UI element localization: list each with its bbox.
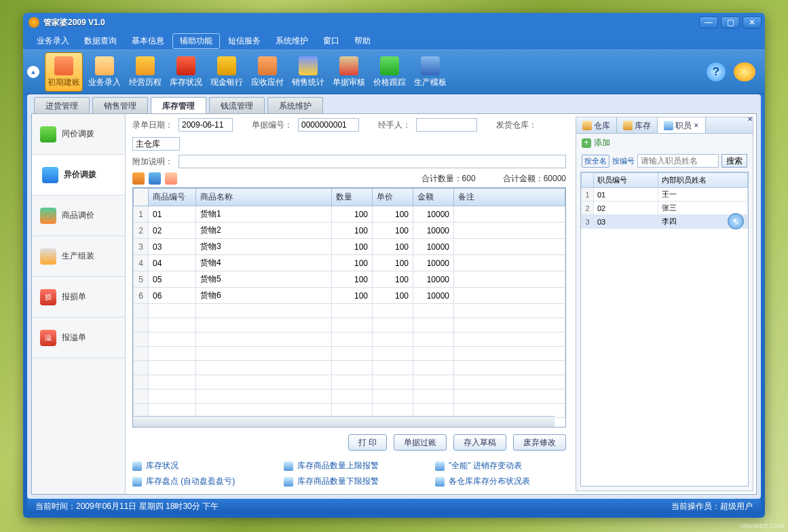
menu-6[interactable]: 窗口: [316, 34, 346, 48]
print-button[interactable]: 打 印: [348, 434, 387, 451]
handler-label: 经手人：: [378, 119, 411, 131]
table-row[interactable]: [134, 375, 565, 390]
filter-fullname-link[interactable]: 按全名: [582, 155, 609, 168]
note-input[interactable]: [179, 155, 566, 168]
col-2[interactable]: 数量: [332, 189, 373, 206]
col-4[interactable]: 金额: [413, 189, 454, 206]
link-icon: [132, 461, 142, 471]
rp-tab-icon: [582, 121, 592, 130]
no-input[interactable]: [298, 118, 359, 132]
toolbar-price[interactable]: 价格跟踪: [371, 52, 409, 92]
module-tab-0[interactable]: 进货管理: [34, 97, 90, 113]
sidebar-item-adjust[interactable]: 商品调价: [32, 195, 125, 236]
sidebar-item-loss[interactable]: 损报损单: [32, 277, 125, 318]
employee-row[interactable]: 202张三: [582, 202, 748, 215]
help-icon[interactable]: ?: [707, 62, 726, 81]
maximize-button[interactable]: ▢: [721, 16, 740, 28]
sidebar-item-same-price[interactable]: 同价调拨: [32, 114, 125, 155]
table-row[interactable]: [134, 332, 565, 347]
link-2[interactable]: "全能" 进销存变动表: [435, 460, 566, 472]
filter-code-link[interactable]: 按编号: [612, 156, 635, 166]
menu-3[interactable]: 辅助功能: [172, 33, 220, 49]
time-label: 当前时间：: [35, 501, 76, 511]
module-tab-2[interactable]: 库存管理: [151, 97, 206, 113]
module-tab-1[interactable]: 销售管理: [92, 97, 148, 113]
table-row[interactable]: 606货物610010010000: [134, 288, 565, 304]
toolbar-cash[interactable]: 现金银行: [208, 52, 246, 92]
panel-close-icon[interactable]: ✕: [745, 115, 755, 125]
menu-4[interactable]: 短信服务: [221, 34, 267, 48]
sidebar-item-diff-price[interactable]: 异价调拨: [32, 155, 125, 195]
discard-button[interactable]: 废弃修改: [513, 434, 566, 451]
table-row[interactable]: [134, 304, 565, 318]
init-account-icon: [54, 56, 73, 75]
mini-icon-2[interactable]: [149, 172, 161, 185]
close-button[interactable]: ✕: [743, 16, 762, 28]
table-row[interactable]: 505货物510010010000: [134, 271, 565, 288]
rp-tab-1[interactable]: 库存: [617, 117, 658, 133]
toolbar-sales[interactable]: 销售统计: [289, 52, 327, 92]
post-button[interactable]: 单据过账: [394, 434, 447, 451]
link-5[interactable]: 各仓库库存分布状况表: [435, 476, 566, 487]
toolbar-init-account[interactable]: 初期建账: [45, 52, 83, 92]
mini-icon-3[interactable]: [165, 172, 177, 185]
note-label: 附加说明：: [132, 156, 173, 168]
toolbar-production[interactable]: 生产模板: [411, 52, 449, 92]
handler-input[interactable]: [416, 118, 477, 132]
table-row[interactable]: [134, 318, 565, 332]
search-button[interactable]: 搜索: [721, 154, 747, 168]
table-row[interactable]: [134, 390, 565, 404]
menu-7[interactable]: 帮助: [348, 34, 377, 48]
warehouse-input[interactable]: [132, 137, 180, 151]
link-0[interactable]: 库存状况: [132, 460, 263, 472]
link-3[interactable]: 库存盘点 (自动盘盈盘亏): [132, 476, 263, 487]
same-price-icon: [40, 126, 56, 142]
menu-1[interactable]: 数据查询: [77, 34, 124, 48]
module-tab-4[interactable]: 系统维护: [267, 97, 323, 113]
cash-icon: [217, 56, 236, 75]
menu-0[interactable]: 业务录入: [30, 34, 76, 48]
toolbar-audit[interactable]: 单据审核: [330, 52, 368, 92]
collapse-toolbar-icon[interactable]: ▲: [27, 66, 39, 78]
minimize-button[interactable]: —: [699, 16, 718, 28]
mini-icon-1[interactable]: [132, 172, 145, 185]
right-panel: ✕ 仓库库存职员 ✕ + 添加 按全名 按编号 搜索 职员编号内部职员姓名101…: [576, 117, 753, 491]
h-scrollbar[interactable]: [133, 416, 555, 427]
link-icon: [284, 477, 293, 487]
toolbar-history[interactable]: 经营历程: [126, 52, 164, 92]
col-1[interactable]: 商品名称: [196, 189, 332, 206]
rp-tab-0[interactable]: 仓库: [576, 117, 617, 133]
draft-button[interactable]: 存入草稿: [453, 434, 506, 451]
table-row[interactable]: 404货物410010010000: [134, 255, 565, 271]
table-row[interactable]: [134, 347, 565, 361]
table-row[interactable]: 303货物310010010000: [134, 239, 565, 255]
toolbar: ▲ 初期建账业务录入经营历程库存状况现金银行应收应付销售统计单据审核价格跟踪生产…: [23, 50, 765, 94]
options-icon[interactable]: [734, 62, 755, 81]
link-1[interactable]: 库存商品数量上限报警: [284, 460, 415, 472]
sidebar-item-assemble[interactable]: 生产组装: [32, 236, 125, 277]
titlebar: 管家婆2009 V1.0 — ▢ ✕: [23, 13, 765, 32]
menubar: 业务录入数据查询基本信息辅助功能短信服务系统维护窗口帮助: [23, 32, 765, 50]
table-row[interactable]: 101货物110010010000: [134, 206, 565, 223]
rp-tab-2[interactable]: 职员 ✕: [658, 117, 706, 133]
employee-row[interactable]: 303李四: [582, 215, 748, 229]
menu-2[interactable]: 基本信息: [125, 34, 171, 48]
col-3[interactable]: 单价: [373, 189, 413, 206]
table-row[interactable]: [134, 361, 565, 375]
add-button[interactable]: + 添加: [576, 134, 753, 152]
tab-close-icon[interactable]: ✕: [694, 117, 699, 134]
employee-row[interactable]: 101王一: [582, 188, 748, 202]
menu-5[interactable]: 系统维护: [269, 34, 315, 48]
table-row[interactable]: 202货物210010010000: [134, 223, 565, 239]
toolbar-receivable[interactable]: 应收应付: [248, 52, 286, 92]
col-0[interactable]: 商品编号: [149, 189, 196, 206]
sidebar-item-overflow[interactable]: 溢报溢单: [32, 318, 125, 358]
time-value: 2009年06月11日 星期四 18时30分 下午: [76, 501, 219, 511]
module-tab-3[interactable]: 钱流管理: [209, 97, 265, 113]
link-4[interactable]: 库存商品数量下限报警: [284, 476, 415, 487]
toolbar-entry[interactable]: 业务录入: [86, 52, 124, 92]
col-5[interactable]: 备注: [454, 189, 565, 206]
date-input[interactable]: [179, 118, 233, 132]
search-input[interactable]: [637, 154, 719, 168]
toolbar-stock[interactable]: 库存状况: [167, 52, 205, 92]
